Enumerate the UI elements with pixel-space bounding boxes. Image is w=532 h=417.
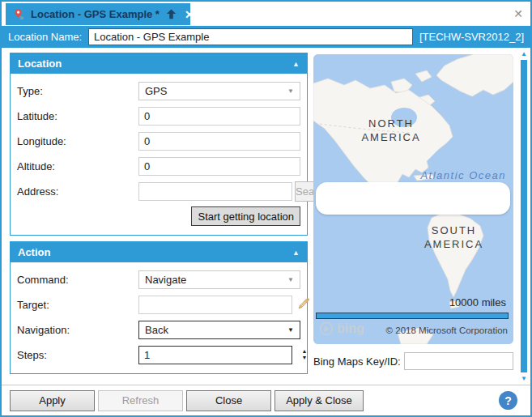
scroll-down-icon[interactable]: ▼	[518, 375, 530, 382]
location-name-bar: Location Name: [TECHW-SVR2012_2]	[2, 26, 530, 48]
bing-key-label: Bing Maps Key/ID:	[313, 355, 401, 368]
target-input[interactable]	[138, 296, 292, 314]
action-panel-header[interactable]: Action ▲	[11, 242, 307, 262]
longitude-label: Longitude:	[17, 135, 138, 147]
atlantic-ocean-label: Atlantic Ocean	[420, 169, 506, 181]
chevron-down-icon: ▼	[287, 276, 294, 283]
collapse-icon[interactable]: ▲	[292, 249, 300, 257]
collapse-icon[interactable]: ▲	[292, 60, 300, 68]
server-badge: [TECHW-SVR2012_2]	[419, 31, 524, 43]
location-name-input[interactable]	[88, 28, 413, 45]
type-row: Type: GPS ▼	[11, 81, 307, 100]
vertical-scrollbar[interactable]: ▲ ▼	[518, 49, 530, 384]
navigation-row: Navigation: Back ▼	[11, 320, 307, 339]
apply-and-close-button[interactable]: Apply & Close	[275, 390, 364, 411]
south-america-label: SOUTH AMERICA	[394, 224, 513, 252]
bing-map[interactable]: NORTH AMERICA Atlantic Ocean SOUTH AMERI…	[313, 54, 513, 344]
address-row: Address: Search	[11, 181, 307, 201]
scroll-up-icon[interactable]: ▲	[518, 50, 530, 57]
type-select[interactable]: GPS ▼	[138, 82, 300, 100]
target-row: Target:	[11, 295, 307, 314]
longitude-input[interactable]	[138, 132, 300, 151]
address-input[interactable]	[138, 182, 292, 201]
location-panel: Location ▲ Type: GPS ▼ Latitude:	[10, 53, 308, 236]
apply-button[interactable]: Apply	[10, 390, 95, 411]
bing-logo[interactable]: bing	[319, 321, 364, 336]
scrollbar-thumb[interactable]	[521, 60, 527, 372]
close-button[interactable]: Close	[186, 390, 271, 411]
bing-key-input[interactable]	[404, 352, 513, 370]
latitude-row: Latitude:	[11, 106, 307, 126]
navigation-label: Navigation:	[17, 324, 138, 336]
longitude-row: Longitude:	[11, 131, 307, 151]
type-label: Type:	[17, 85, 138, 97]
steps-label: Steps:	[17, 349, 138, 361]
dialog-content: Location ▲ Type: GPS ▼ Latitude:	[2, 48, 530, 385]
tab-bar: Location - GPS Example * ✕ ✕	[2, 2, 530, 26]
location-name-label: Location Name:	[8, 31, 82, 43]
tab-location-gps-example[interactable]: Location - GPS Example * ✕	[6, 3, 190, 25]
location-panel-header[interactable]: Location ▲	[11, 53, 307, 74]
footer-button-bar: Apply Refresh Close Apply & Close ?	[2, 385, 530, 415]
altitude-input[interactable]	[138, 157, 300, 176]
edit-pencil-icon[interactable]	[297, 296, 312, 313]
map-infobox	[316, 182, 510, 215]
altitude-label: Altitude:	[17, 160, 138, 172]
map-copyright: © 2018 Microsoft Corporation	[386, 326, 508, 335]
spin-down-icon[interactable]: ▼	[302, 355, 308, 361]
location-panel-title: Location	[18, 57, 62, 70]
command-label: Command:	[17, 274, 138, 286]
window-close-icon[interactable]: ✕	[513, 8, 523, 19]
altitude-row: Altitude:	[11, 156, 307, 176]
help-icon[interactable]: ?	[499, 391, 517, 410]
navigation-select[interactable]: Back ▼	[138, 321, 300, 339]
north-america-label: NORTH AMERICA	[313, 117, 469, 145]
location-dialog: Location - GPS Example * ✕ ✕ Location Na…	[0, 0, 532, 417]
steps-input[interactable]	[138, 346, 292, 364]
command-select[interactable]: Navigate ▼	[138, 270, 300, 289]
chevron-down-icon: ▼	[287, 326, 294, 334]
start-getting-location-button[interactable]: Start getting location	[191, 206, 300, 226]
latitude-input[interactable]	[138, 107, 300, 126]
map-pin-icon	[13, 8, 25, 20]
refresh-button[interactable]: Refresh	[98, 390, 183, 411]
tab-title: Location - GPS Example *	[31, 8, 160, 20]
latitude-label: Latitude:	[17, 110, 138, 122]
promote-arrow-icon[interactable]	[165, 8, 177, 20]
bing-key-row: Bing Maps Key/ID:	[313, 352, 513, 370]
steps-row: Steps: ▲ ▼	[11, 345, 307, 364]
address-label: Address:	[17, 185, 138, 198]
action-panel-title: Action	[18, 246, 50, 258]
steps-stepper: ▲ ▼	[299, 348, 310, 361]
bing-logo-icon	[319, 321, 334, 336]
target-label: Target:	[17, 299, 138, 311]
action-panel: Action ▲ Command: Navigate ▼ Target:	[10, 241, 308, 374]
tab-close-icon[interactable]: ✕	[185, 9, 194, 20]
map-scale-bar	[316, 313, 509, 319]
command-row: Command: Navigate ▼	[11, 270, 307, 289]
spin-up-icon[interactable]: ▲	[302, 348, 308, 355]
chevron-down-icon: ▼	[287, 87, 294, 95]
map-scale-text: 10000 miles	[449, 296, 506, 308]
start-row: Start getting location	[11, 206, 307, 226]
